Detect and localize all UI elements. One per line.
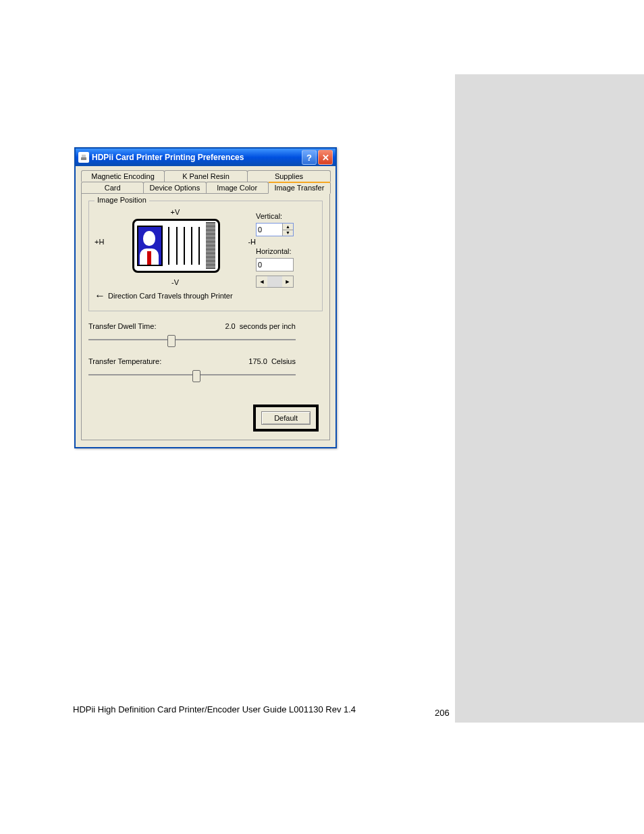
vertical-up-button[interactable]: ▲: [282, 224, 293, 230]
close-button[interactable]: ✕: [318, 150, 333, 165]
default-button[interactable]: Default: [261, 411, 311, 425]
tab-magnetic-encoding[interactable]: Magnetic Encoding: [81, 170, 165, 182]
help-button[interactable]: ?: [302, 150, 317, 165]
page-number: 206: [435, 708, 450, 718]
preferences-dialog: HDPii Card Printer Printing Preferences …: [74, 147, 337, 448]
h-minus-right-label: -H: [248, 238, 256, 246]
tabs-area: Magnetic Encoding K Panel Resin Supplies…: [76, 166, 336, 447]
image-position-group: Image Position +V +H: [88, 201, 323, 311]
card-preview-area: +V +H: [95, 208, 317, 301]
temperature-slider-thumb[interactable]: [192, 370, 200, 382]
tab-row-back: Magnetic Encoding K Panel Resin Supplies: [81, 170, 330, 182]
dwell-slider[interactable]: [88, 333, 296, 346]
preview-column: +V +H: [95, 208, 256, 301]
temperature-value: 175.0: [248, 357, 267, 365]
dwell-label: Transfer Dwell Time:: [88, 322, 156, 330]
svg-rect-0: [81, 157, 86, 160]
v-minus-label: -V: [95, 278, 256, 286]
temperature-slider[interactable]: [88, 368, 296, 382]
tab-image-color[interactable]: Image Color: [206, 182, 269, 194]
default-button-highlight: Default: [253, 405, 319, 432]
svg-rect-1: [82, 155, 86, 157]
horizontal-scroll[interactable]: ◄ ►: [256, 276, 294, 288]
tab-content-image-transfer: Image Position +V +H: [81, 193, 330, 440]
dwell-unit: seconds per inch: [240, 322, 296, 330]
vertical-label: Vertical:: [256, 212, 317, 220]
tab-image-transfer[interactable]: Image Transfer: [268, 182, 331, 194]
vertical-down-button[interactable]: ▼: [282, 230, 293, 236]
barcode-icon: [206, 222, 215, 269]
footer-text: HDPii High Definition Card Printer/Encod…: [73, 704, 451, 714]
dwell-value-unit: 2.0 seconds per inch: [225, 322, 296, 330]
page-footer: HDPii High Definition Card Printer/Encod…: [73, 704, 451, 714]
titlebar: HDPii Card Printer Printing Preferences …: [76, 149, 336, 166]
horizontal-input-wrap: [256, 258, 294, 271]
tab-row-front: Card Device Options Image Color Image Tr…: [81, 182, 330, 194]
horizontal-label: Horizontal:: [256, 247, 317, 255]
card-preview: [132, 219, 220, 273]
temperature-value-unit: 175.0 Celsius: [248, 357, 296, 365]
horizontal-left-button[interactable]: ◄: [257, 276, 267, 287]
card-stripes-icon: [163, 227, 206, 265]
horizontal-input[interactable]: [257, 259, 293, 271]
group-title: Image Position: [95, 196, 149, 204]
temperature-row: Transfer Temperature: 175.0 Celsius: [88, 357, 323, 382]
vertical-spinner[interactable]: ▲ ▼: [256, 223, 294, 236]
vertical-input[interactable]: [257, 224, 282, 236]
direction-row: ← Direction Card Travels through Printer: [95, 290, 256, 301]
tab-k-panel-resin[interactable]: K Panel Resin: [164, 170, 248, 182]
direction-text: Direction Card Travels through Printer: [108, 292, 233, 300]
window-title: HDPii Card Printer Printing Preferences: [92, 153, 300, 162]
tab-card[interactable]: Card: [81, 182, 144, 194]
page-right-margin: [455, 74, 644, 723]
position-controls: Vertical: ▲ ▼ Horizontal:: [256, 208, 317, 288]
printer-icon: [78, 152, 89, 163]
v-plus-label: +V: [95, 208, 256, 216]
temperature-unit: Celsius: [271, 357, 296, 365]
dwell-slider-thumb[interactable]: [167, 335, 176, 347]
horizontal-right-button[interactable]: ►: [282, 276, 293, 287]
dwell-time-row: Transfer Dwell Time: 2.0 seconds per inc…: [88, 322, 323, 346]
h-plus-left-label: +H: [95, 238, 104, 246]
dwell-value: 2.0: [225, 322, 235, 330]
temperature-label: Transfer Temperature:: [88, 357, 161, 365]
tab-device-options[interactable]: Device Options: [143, 182, 206, 194]
tab-supplies[interactable]: Supplies: [247, 170, 331, 182]
horizontal-track[interactable]: [267, 276, 282, 287]
arrow-left-icon: ←: [95, 290, 105, 301]
portrait-icon: [137, 226, 163, 266]
